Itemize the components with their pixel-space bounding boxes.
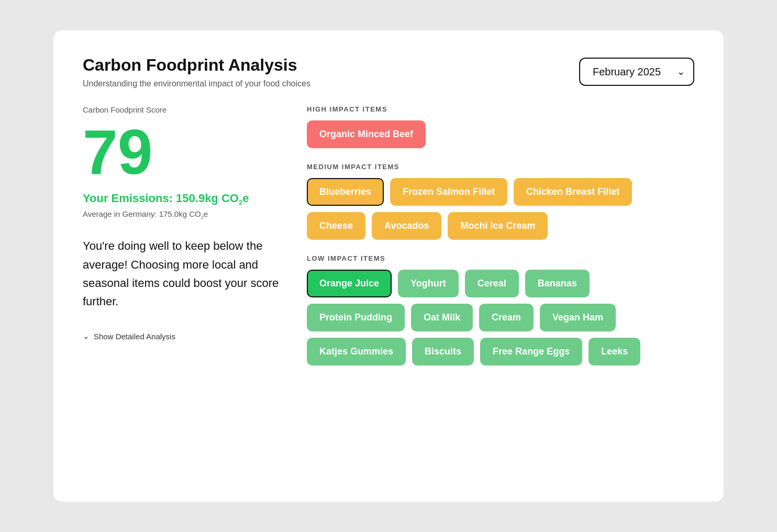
tag-avocados[interactable]: Avocados bbox=[372, 212, 441, 240]
tag-organic-minced-beef[interactable]: Organic Minced Beef bbox=[307, 120, 426, 148]
score-value: 79 bbox=[83, 120, 282, 183]
emissions-text: Your Emissions: 150.9kg CO2e bbox=[83, 192, 282, 206]
high-impact-tags: Organic Minced Beef bbox=[307, 120, 694, 148]
right-panel: HIGH IMPACT ITEMS Organic Minced Beef ME… bbox=[307, 105, 694, 380]
tag-yoghurt[interactable]: Yoghurt bbox=[398, 270, 459, 297]
tag-frozen-salmon-fillet[interactable]: Frozen Salmon Fillet bbox=[390, 178, 507, 206]
header-row: Carbon Foodprint Analysis Understanding … bbox=[83, 56, 694, 88]
month-select-wrapper[interactable]: February 2025 January 2025 March 2025 ⌄ bbox=[579, 58, 694, 86]
chevron-down-icon-small: ⌄ bbox=[83, 331, 90, 341]
tag-biscuits[interactable]: Biscuits bbox=[412, 338, 474, 365]
tag-bananas[interactable]: Bananas bbox=[525, 270, 590, 297]
tag-mochi-ice-cream[interactable]: Mochi Ice Cream bbox=[448, 212, 548, 240]
main-content: Carbon Foodprint Score 79 Your Emissions… bbox=[83, 105, 694, 380]
tag-cheese[interactable]: Cheese bbox=[307, 212, 365, 240]
tag-free-range-eggs[interactable]: Free Range Eggs bbox=[480, 338, 582, 365]
medium-impact-tags-row2: Cheese Avocados Mochi Ice Cream bbox=[307, 212, 694, 240]
high-impact-section: HIGH IMPACT ITEMS Organic Minced Beef bbox=[307, 105, 694, 148]
tag-vegan-ham[interactable]: Vegan Ham bbox=[540, 304, 616, 331]
show-detailed-button[interactable]: ⌄ Show Detailed Analysis bbox=[83, 331, 175, 341]
tag-leeks[interactable]: Leeks bbox=[589, 338, 640, 365]
tag-cereal[interactable]: Cereal bbox=[465, 270, 519, 297]
tag-chicken-breast-fillet[interactable]: Chicken Breast Fillet bbox=[514, 178, 632, 206]
score-label: Carbon Foodprint Score bbox=[83, 105, 282, 114]
medium-impact-label: MEDIUM IMPACT ITEMS bbox=[307, 163, 694, 171]
low-impact-section: LOW IMPACT ITEMS Orange Juice Yoghurt Ce… bbox=[307, 254, 694, 365]
medium-impact-section: MEDIUM IMPACT ITEMS Blueberries Frozen S… bbox=[307, 163, 694, 240]
month-select[interactable]: February 2025 January 2025 March 2025 bbox=[579, 58, 694, 86]
low-impact-tags-row3: Katjes Gummies Biscuits Free Range Eggs … bbox=[307, 338, 694, 365]
tag-cream[interactable]: Cream bbox=[479, 304, 534, 331]
low-impact-tags-row1: Orange Juice Yoghurt Cereal Bananas bbox=[307, 270, 694, 297]
tag-protein-pudding[interactable]: Protein Pudding bbox=[307, 304, 405, 331]
medium-impact-tags: Blueberries Frozen Salmon Fillet Chicken… bbox=[307, 178, 694, 206]
page-subtitle: Understanding the environmental impact o… bbox=[83, 79, 310, 88]
left-panel: Carbon Foodprint Score 79 Your Emissions… bbox=[83, 105, 282, 380]
tag-blueberries[interactable]: Blueberries bbox=[307, 178, 384, 206]
page-title: Carbon Foodprint Analysis bbox=[83, 56, 310, 75]
tag-orange-juice[interactable]: Orange Juice bbox=[307, 270, 392, 297]
high-impact-label: HIGH IMPACT ITEMS bbox=[307, 105, 694, 113]
show-detailed-label: Show Detailed Analysis bbox=[94, 332, 175, 341]
low-impact-tags-row2: Protein Pudding Oat Milk Cream Vegan Ham bbox=[307, 304, 694, 331]
low-impact-label: LOW IMPACT ITEMS bbox=[307, 254, 694, 262]
tag-katjes-gummies[interactable]: Katjes Gummies bbox=[307, 338, 406, 365]
header-left: Carbon Foodprint Analysis Understanding … bbox=[83, 56, 310, 88]
insight-text: You're doing well to keep below the aver… bbox=[83, 237, 282, 311]
emissions-average: Average in Germany: 175.0kg CO2e bbox=[83, 209, 282, 220]
tag-oat-milk[interactable]: Oat Milk bbox=[411, 304, 473, 331]
main-card: Carbon Foodprint Analysis Understanding … bbox=[53, 30, 724, 502]
